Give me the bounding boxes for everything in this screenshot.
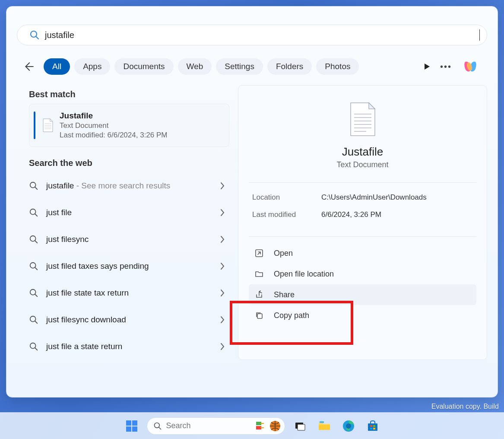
search-icon (29, 30, 40, 40)
divider (249, 236, 476, 237)
action-open-file-location[interactable]: Open file location (249, 264, 476, 284)
taskbar-search[interactable]: Search (147, 417, 285, 435)
preview-pane: Justafile Text Document Location C:\User… (238, 85, 487, 360)
results-column: Best match Justafile Text Document Last … (17, 85, 229, 360)
svg-rect-47 (370, 428, 372, 429)
taskbar: Search (0, 412, 504, 439)
svg-line-34 (158, 427, 161, 429)
svg-line-16 (35, 294, 38, 297)
web-results-list: justafile - See more search results just… (29, 172, 229, 360)
web-result[interactable]: just filesync download (29, 306, 229, 333)
chevron-right-icon (220, 209, 225, 216)
search-web-heading: Search the web (29, 158, 229, 168)
more-icon[interactable]: ••• (440, 62, 452, 72)
svg-rect-31 (126, 426, 131, 432)
evaluation-watermark: Evaluation copy. Build (431, 403, 499, 410)
text-cursor (479, 29, 480, 41)
action-list: Open Open file location Share Copy path (249, 243, 476, 326)
action-share[interactable]: Share (249, 284, 476, 305)
start-button[interactable] (123, 417, 141, 435)
svg-rect-29 (126, 420, 131, 426)
svg-rect-28 (257, 314, 262, 318)
search-icon (153, 422, 162, 430)
filter-settings[interactable]: Settings (216, 58, 263, 75)
web-result[interactable]: just filesync (29, 226, 229, 253)
search-icon (29, 342, 38, 351)
filter-web[interactable]: Web (178, 58, 212, 75)
web-result[interactable]: just file state tax return (29, 280, 229, 306)
preview-subtitle: Text Document (249, 160, 476, 169)
search-box[interactable]: justafile (17, 25, 487, 45)
filter-all[interactable]: All (44, 58, 70, 75)
web-result-label: just filesync download (46, 315, 212, 324)
svg-rect-48 (373, 428, 375, 429)
svg-line-20 (35, 348, 38, 350)
action-label: Share (274, 290, 295, 299)
search-icon (29, 315, 38, 324)
sports-badge-icon (255, 420, 269, 432)
svg-line-18 (35, 321, 38, 324)
search-input[interactable]: justafile (45, 30, 474, 40)
svg-rect-46 (373, 425, 375, 427)
divider (249, 182, 476, 183)
search-panel: justafile All Apps Documents Web Setting… (6, 6, 498, 398)
chevron-right-icon (220, 182, 225, 190)
svg-rect-44 (368, 423, 377, 431)
meta-location: Location C:\Users\AdminUser\Downloads (249, 189, 476, 206)
filter-apps[interactable]: Apps (74, 58, 110, 75)
file-explorer-button[interactable] (315, 417, 333, 435)
web-result-label: just file (46, 208, 212, 217)
web-result-label: justafile - See more search results (46, 181, 212, 191)
web-result[interactable]: justafile - See more search results (29, 172, 229, 199)
selection-accent (34, 111, 35, 139)
svg-rect-45 (370, 425, 372, 427)
web-result-label: just file a state return (46, 342, 212, 351)
svg-line-12 (35, 241, 38, 243)
svg-rect-39 (298, 424, 305, 430)
filter-photos[interactable]: Photos (316, 58, 359, 75)
back-button[interactable] (20, 58, 37, 75)
best-match-type: Text Document (60, 121, 168, 130)
svg-rect-41 (320, 421, 324, 423)
svg-line-1 (36, 37, 39, 39)
action-open[interactable]: Open (249, 243, 476, 264)
share-icon (255, 290, 263, 299)
copy-icon (255, 311, 263, 320)
filter-folders[interactable]: Folders (267, 58, 312, 75)
web-result[interactable]: just file (29, 199, 229, 226)
open-icon (255, 249, 263, 258)
best-match-card[interactable]: Justafile Text Document Last modified: 6… (29, 104, 229, 147)
filter-documents[interactable]: Documents (114, 58, 173, 75)
chevron-right-icon (220, 343, 225, 350)
chevron-right-icon (220, 289, 225, 297)
edge-button[interactable] (339, 417, 358, 435)
chevron-right-icon (220, 316, 225, 324)
svg-line-14 (35, 267, 38, 270)
web-result-label: just file state tax return (46, 288, 212, 298)
search-icon (29, 288, 38, 298)
svg-line-10 (35, 214, 38, 216)
search-icon (29, 181, 38, 191)
chevron-right-icon (220, 262, 225, 270)
search-icon (29, 208, 38, 217)
web-result-label: just filed taxes says pending (46, 261, 212, 271)
task-view-button[interactable] (291, 417, 309, 435)
expand-right-icon[interactable] (425, 64, 430, 70)
web-result[interactable]: just file a state return (29, 333, 229, 360)
action-label: Open file location (274, 270, 334, 279)
chevron-right-icon (220, 235, 225, 243)
basketball-icon (269, 420, 281, 432)
store-button[interactable] (364, 417, 382, 435)
text-file-icon (349, 102, 377, 137)
preview-title: Justafile (249, 145, 476, 159)
web-result[interactable]: just filed taxes says pending (29, 253, 229, 280)
svg-point-43 (346, 423, 351, 429)
best-match-title: Justafile (60, 111, 168, 121)
meta-last-modified: Last modified 6/6/2024, 3:26 PM (249, 206, 476, 223)
action-label: Copy path (274, 311, 309, 320)
svg-rect-32 (132, 426, 137, 432)
copilot-icon[interactable] (462, 58, 479, 75)
action-copy-path[interactable]: Copy path (249, 305, 476, 326)
search-icon (29, 261, 38, 271)
svg-rect-40 (319, 425, 330, 430)
